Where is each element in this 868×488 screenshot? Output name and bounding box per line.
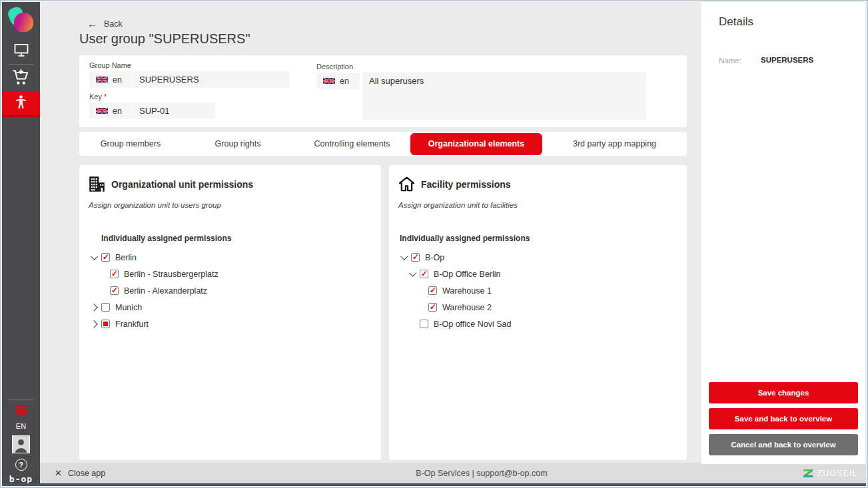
tree-item-warehouse-2[interactable]: Warehouse 2	[389, 299, 683, 316]
tree-item-berlin[interactable]: Berlin	[79, 249, 377, 266]
checkbox-checked[interactable]	[428, 286, 437, 295]
group-name-input[interactable]	[133, 71, 290, 88]
display-icon	[13, 42, 30, 61]
back-button[interactable]: ← Back	[87, 18, 123, 29]
tree-item-label: Berlin	[115, 253, 137, 262]
group-name-label: Group Name	[89, 61, 131, 69]
cart-add-icon	[12, 69, 30, 89]
save-and-back-to-overview-button[interactable]: Save and back to overview	[709, 408, 858, 429]
checkbox-checked[interactable]	[110, 270, 119, 278]
help-icon: ?	[15, 459, 27, 471]
uk-flag-icon	[96, 107, 108, 115]
tree-item-berlin-strausbergerplatz[interactable]: Berlin - Strausbergerplatz	[79, 266, 377, 282]
tree-item-munich[interactable]: Munich	[79, 299, 377, 316]
key-label: Key *	[89, 93, 107, 101]
chevron-down-icon[interactable]	[409, 270, 420, 279]
tree-item-b-op-office-novi-sad[interactable]: B-Op office Novi Sad	[389, 316, 683, 332]
chevron-placeholder	[418, 303, 428, 312]
tab-group-rights[interactable]: Group rights	[182, 132, 294, 156]
checkbox-indeterminate[interactable]	[101, 320, 110, 328]
checkbox-checked[interactable]	[411, 253, 420, 262]
tab-bar: Group membersGroup rightsControlling ele…	[79, 132, 687, 156]
tab-organizational-elements[interactable]: Organizational elements	[410, 133, 542, 155]
checkbox-unchecked[interactable]	[420, 320, 428, 328]
bop-logo-text: b-op	[9, 474, 33, 484]
chevron-placeholder	[99, 270, 110, 279]
details-title: Details	[719, 15, 753, 29]
description-label: Description	[316, 63, 353, 71]
checkbox-checked[interactable]	[420, 270, 428, 278]
checkbox-checked[interactable]	[110, 286, 119, 295]
user-person-icon	[13, 94, 29, 113]
cancel-and-back-to-overview-button[interactable]: Cancel and back to overview	[709, 434, 858, 455]
tree-item-berlin-alexanderplatz[interactable]: Berlin - Alexanderplatz	[79, 282, 377, 299]
language-indicator[interactable]: EN	[2, 421, 40, 431]
sidebar-divider	[8, 64, 34, 65]
chevron-down-icon[interactable]	[91, 253, 101, 262]
language-code: en	[113, 75, 122, 85]
chevron-placeholder	[409, 320, 420, 329]
arrow-left-icon: ←	[87, 18, 97, 29]
group-name-language-chip[interactable]: en	[89, 71, 132, 88]
tab-group-members[interactable]: Group members	[79, 132, 182, 156]
tree-item-label: Warehouse 1	[442, 286, 492, 296]
description-language-chip[interactable]: en	[316, 73, 360, 89]
home-icon	[398, 175, 416, 193]
details-panel: Details Name: SUPERUSERS Save changesSav…	[701, 2, 865, 464]
chevron-placeholder	[418, 286, 428, 296]
tree-item-label: B-Op	[425, 253, 444, 262]
checkbox-checked[interactable]	[101, 253, 110, 262]
zugseil-brand-text: ZUGSEIL	[817, 468, 858, 478]
facility-panel-title: Facility permissions	[421, 179, 511, 190]
tree-item-label: Berlin - Alexanderplatz	[124, 286, 207, 296]
back-label: Back	[104, 19, 123, 29]
checkbox-unchecked[interactable]	[101, 303, 110, 312]
app-logo-icon	[2, 7, 40, 33]
org-panel-title: Organizational unit permissions	[111, 179, 253, 190]
user-switch-button[interactable]	[2, 405, 40, 419]
org-panel-subtitle: Assign organization unit to users group	[89, 201, 221, 209]
facility-permissions-panel: Facility permissions Assign organization…	[389, 165, 687, 460]
window-bottom-edge	[2, 483, 866, 486]
z-logo-icon	[803, 469, 813, 478]
chevron-right-icon[interactable]	[91, 303, 101, 312]
tree-item-frankfurt[interactable]: Frankfurt	[79, 316, 377, 332]
user-avatar[interactable]	[2, 435, 40, 454]
key-language-chip[interactable]: en	[89, 103, 132, 119]
facility-tree-header: Individually assigned permissions	[400, 234, 530, 243]
chevron-right-icon[interactable]	[91, 320, 101, 329]
help-button[interactable]: ?	[2, 458, 40, 471]
close-app-button[interactable]: ✕ Close app	[55, 463, 105, 483]
user-switch-icon	[13, 404, 30, 420]
tree-item-label: B-Op Office Berlin	[434, 270, 501, 279]
tree-item-b-op-office-berlin[interactable]: B-Op Office Berlin	[389, 266, 683, 282]
tree-item-b-op[interactable]: B-Op	[389, 249, 683, 266]
tree-item-label: Frankfurt	[115, 320, 149, 329]
details-actions: Save changesSave and back to overviewCan…	[709, 382, 858, 455]
avatar	[12, 435, 30, 453]
tree-item-label: B-Op office Novi Sad	[434, 320, 512, 329]
facility-tree: B-OpB-Op Office BerlinWarehouse 1Warehou…	[389, 249, 683, 332]
key-input[interactable]	[133, 103, 215, 119]
description-textarea[interactable]	[362, 72, 646, 120]
language-code: en	[340, 77, 349, 86]
tab-controlling-elements[interactable]: Controlling elements	[294, 132, 410, 156]
language-label: EN	[16, 422, 26, 430]
sidebar-item-shop[interactable]	[2, 69, 40, 88]
chevron-down-icon[interactable]	[400, 253, 411, 262]
logo-blob-shape	[14, 13, 33, 32]
checkbox-checked[interactable]	[428, 303, 437, 312]
sidebar-item-user-groups-active[interactable]	[2, 92, 40, 117]
tree-item-label: Berlin - Strausbergerplatz	[124, 270, 218, 279]
footer-bar: ✕ Close app B-Op Services | support@b-op…	[40, 463, 866, 483]
tree-item-label: Warehouse 2	[442, 303, 492, 312]
org-tree: BerlinBerlin - StrausbergerplatzBerlin -…	[79, 249, 377, 332]
app-window: EN ? b-op ← Back User group "SUPERUSERS"…	[0, 0, 868, 488]
navigation-sidebar: EN ? b-op	[2, 2, 40, 483]
language-code: en	[113, 107, 122, 116]
tab-3rd-party-app-mapping[interactable]: 3rd party app mapping	[542, 132, 687, 156]
tree-item-warehouse-1[interactable]: Warehouse 1	[389, 282, 683, 299]
save-changes-button[interactable]: Save changes	[709, 382, 858, 403]
sidebar-item-display[interactable]	[2, 43, 40, 60]
facility-panel-subtitle: Assign organization unit to facilities	[398, 201, 518, 209]
